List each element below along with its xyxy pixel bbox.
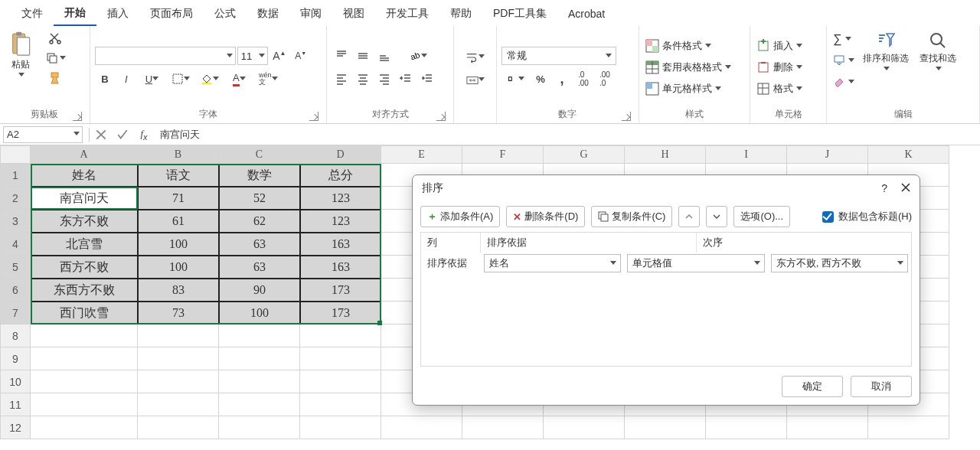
column-header-I[interactable]: I <box>706 145 787 164</box>
cell[interactable]: 数学 <box>219 164 300 187</box>
cell[interactable]: 62 <box>219 210 300 233</box>
font-size-combo[interactable]: 11 <box>237 47 268 65</box>
cell[interactable] <box>138 324 219 347</box>
cell[interactable] <box>219 370 300 393</box>
row-header[interactable]: 11 <box>0 393 31 416</box>
tab-data[interactable]: 数据 <box>247 1 289 25</box>
cell[interactable] <box>300 324 381 347</box>
sort-basis-combo[interactable]: 单元格值 <box>627 254 764 272</box>
cell[interactable] <box>300 416 381 439</box>
font-dialog-launcher[interactable] <box>309 112 318 121</box>
fill-menu[interactable] <box>831 51 855 70</box>
select-all-corner[interactable] <box>0 145 31 164</box>
column-header-G[interactable]: G <box>544 145 625 164</box>
number-dialog-launcher[interactable] <box>622 112 631 121</box>
help-button[interactable]: ? <box>881 182 887 194</box>
row-header[interactable]: 3 <box>0 210 31 233</box>
fx-button[interactable]: fx <box>134 126 154 144</box>
cell[interactable]: 123 <box>300 210 381 233</box>
format-painter-button[interactable] <box>41 69 69 87</box>
sort-filter-button[interactable]: 排序和筛选 <box>860 29 912 73</box>
has-header-checkbox[interactable]: 数据包含标题(H) <box>822 210 912 223</box>
cell[interactable]: 西方不败 <box>31 256 138 279</box>
delete-cells-menu[interactable]: 删除 <box>755 57 803 77</box>
cell[interactable] <box>787 416 868 439</box>
cell[interactable]: 63 <box>219 256 300 279</box>
row-header[interactable]: 9 <box>0 347 31 370</box>
cell[interactable] <box>31 370 138 393</box>
align-bottom-button[interactable] <box>374 47 394 65</box>
border-button[interactable] <box>167 70 194 88</box>
column-header-A[interactable]: A <box>31 145 138 164</box>
cell[interactable] <box>219 324 300 347</box>
tab-acrobat[interactable]: Acrobat <box>557 2 616 24</box>
column-header-D[interactable]: D <box>300 145 381 164</box>
cell[interactable]: 52 <box>219 187 300 210</box>
align-top-button[interactable] <box>332 47 351 65</box>
add-condition-button[interactable]: ＋添加条件(A) <box>420 206 500 227</box>
cell[interactable]: 100 <box>138 256 219 279</box>
row-header[interactable]: 1 <box>0 164 31 187</box>
name-box[interactable]: A2 <box>3 126 83 143</box>
cell[interactable] <box>219 393 300 416</box>
cut-button[interactable] <box>41 29 69 47</box>
row-header[interactable]: 7 <box>0 302 31 324</box>
clear-menu[interactable] <box>831 72 855 92</box>
column-header-H[interactable]: H <box>625 145 706 164</box>
cell[interactable] <box>138 393 219 416</box>
cell[interactable]: 总分 <box>300 164 381 187</box>
cell[interactable] <box>31 324 138 347</box>
tab-file[interactable]: 文件 <box>11 1 54 25</box>
shrink-font-button[interactable]: A▼ <box>291 47 311 65</box>
percent-button[interactable]: % <box>531 70 550 88</box>
cell[interactable]: 南宫问天 <box>31 187 138 210</box>
tab-pdftools[interactable]: PDF工具集 <box>482 1 557 25</box>
cell[interactable] <box>138 416 219 439</box>
italic-button[interactable]: I <box>116 70 136 88</box>
cell[interactable] <box>219 416 300 439</box>
cell[interactable] <box>462 416 544 439</box>
tab-developer[interactable]: 开发工具 <box>375 1 439 25</box>
close-button[interactable] <box>901 182 910 194</box>
clipboard-dialog-launcher[interactable] <box>73 112 82 121</box>
cell[interactable] <box>544 416 625 439</box>
column-header-J[interactable]: J <box>787 145 868 164</box>
copy-condition-button[interactable]: 复制条件(C) <box>591 206 672 227</box>
cancel-formula-button[interactable] <box>91 126 111 144</box>
tab-pagelayout[interactable]: 页面布局 <box>139 1 204 25</box>
row-header[interactable]: 10 <box>0 370 31 393</box>
cell[interactable] <box>31 416 138 439</box>
cell[interactable] <box>138 370 219 393</box>
decrease-decimal-button[interactable]: .00.0 <box>595 70 615 88</box>
move-down-button[interactable] <box>706 206 727 227</box>
cell[interactable]: 语文 <box>138 164 219 187</box>
formula-input[interactable]: 南宫问天 <box>155 126 980 143</box>
increase-decimal-button[interactable]: .0.00 <box>573 70 593 88</box>
paste-button[interactable]: 粘贴 <box>5 29 37 78</box>
align-dialog-launcher[interactable] <box>436 112 446 121</box>
cell[interactable]: 北宫雪 <box>31 233 138 256</box>
cell[interactable]: 90 <box>219 279 300 302</box>
row-header[interactable]: 8 <box>0 324 31 347</box>
insert-cells-menu[interactable]: 插入 <box>755 36 803 56</box>
sort-column-combo[interactable]: 姓名 <box>484 254 621 272</box>
delete-condition-button[interactable]: ✕删除条件(D) <box>506 206 585 227</box>
cell[interactable] <box>31 393 138 416</box>
format-cells-menu[interactable]: 格式 <box>755 79 803 99</box>
cell[interactable] <box>381 416 462 439</box>
fill-color-button[interactable] <box>196 70 224 88</box>
cell-styles-menu[interactable]: 单元格样式 <box>644 79 722 99</box>
cell[interactable]: 173 <box>300 279 381 302</box>
sort-order-combo[interactable]: 东方不败, 西方不败 <box>771 254 908 272</box>
increase-indent-button[interactable] <box>417 70 437 88</box>
cell[interactable] <box>868 416 949 439</box>
format-as-table-menu[interactable]: 套用表格格式 <box>644 57 732 77</box>
orientation-button[interactable]: ab <box>403 47 431 65</box>
bold-button[interactable]: B <box>95 70 115 88</box>
cell[interactable]: 西门吹雪 <box>31 302 138 324</box>
ok-button[interactable]: 确定 <box>782 376 843 397</box>
cell[interactable] <box>138 347 219 370</box>
align-left-button[interactable] <box>332 70 351 88</box>
tab-view[interactable]: 视图 <box>332 1 375 25</box>
cell[interactable]: 83 <box>138 279 219 302</box>
